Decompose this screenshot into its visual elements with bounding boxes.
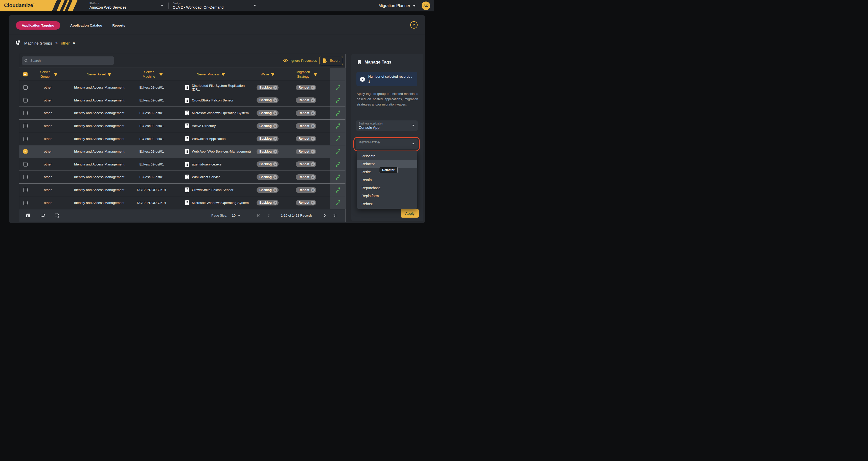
remove-strategy-tag-button[interactable]: × bbox=[311, 111, 315, 115]
last-page-button[interactable] bbox=[330, 213, 340, 218]
migration-strategy-tag: Rehost × bbox=[296, 187, 316, 193]
remove-strategy-tag-button[interactable]: × bbox=[311, 162, 315, 166]
tab-reports[interactable]: Reports bbox=[113, 24, 125, 27]
select-all-checkbox[interactable] bbox=[23, 72, 28, 77]
remove-strategy-tag-button[interactable]: × bbox=[311, 137, 315, 141]
dependency-cable-icon[interactable] bbox=[335, 187, 341, 193]
server-process-name: WinCollect Application bbox=[192, 137, 226, 141]
avatar[interactable]: AO bbox=[422, 2, 430, 10]
remove-strategy-tag-button[interactable]: × bbox=[311, 201, 315, 205]
row-checkbox[interactable]: ✓ bbox=[23, 175, 28, 179]
app-switcher-migration-planner[interactable]: Migration Planner bbox=[379, 4, 415, 8]
filter-icon[interactable] bbox=[54, 73, 57, 76]
filter-icon[interactable] bbox=[108, 73, 111, 76]
column-header-migration-strategy[interactable]: Migration Strategy bbox=[282, 68, 330, 81]
export-button[interactable]: Export bbox=[319, 56, 343, 65]
table-header: Server Group Server Asset Server Machine… bbox=[19, 67, 345, 81]
apply-button[interactable]: Apply bbox=[401, 209, 419, 218]
breadcrumb-current-other[interactable]: other bbox=[61, 41, 69, 45]
row-layout-button[interactable] bbox=[40, 213, 45, 218]
refresh-button[interactable] bbox=[55, 213, 60, 218]
column-header-server-group[interactable]: Server Group bbox=[31, 68, 64, 81]
remove-strategy-tag-button[interactable]: × bbox=[311, 86, 315, 90]
row-checkbox[interactable]: ✓ bbox=[23, 124, 28, 128]
row-checkbox[interactable]: ✓ bbox=[23, 162, 28, 167]
tab-application-tagging[interactable]: Application Tagging bbox=[16, 21, 60, 30]
business-application-select[interactable]: Business Application Console App bbox=[355, 120, 418, 131]
row-checkbox[interactable]: ✓ bbox=[23, 85, 28, 90]
refresh-icon bbox=[55, 213, 60, 218]
wave-tag: Backlog × bbox=[256, 187, 279, 193]
columns-settings-button[interactable] bbox=[26, 213, 31, 218]
remove-wave-tag-button[interactable]: × bbox=[273, 86, 277, 90]
search-input[interactable] bbox=[30, 59, 112, 62]
dependency-cable-icon[interactable] bbox=[335, 97, 341, 103]
dependency-cell bbox=[330, 94, 346, 107]
row-checkbox[interactable]: ✓ bbox=[23, 188, 28, 192]
server-group-cell: other bbox=[31, 171, 64, 183]
dependency-cable-icon[interactable] bbox=[335, 123, 341, 129]
dependency-cable-icon[interactable] bbox=[335, 85, 341, 90]
filter-icon[interactable] bbox=[159, 73, 163, 76]
remove-strategy-tag-button[interactable]: × bbox=[311, 188, 315, 192]
tab-application-catalog[interactable]: Application Catalog bbox=[70, 24, 102, 27]
remove-wave-tag-button[interactable]: × bbox=[273, 124, 277, 128]
dependency-cable-icon[interactable] bbox=[335, 174, 341, 180]
remove-wave-tag-button[interactable]: × bbox=[273, 149, 277, 153]
wrap-text-icon bbox=[40, 213, 45, 218]
search-box[interactable] bbox=[22, 56, 114, 65]
strategy-option[interactable]: Rehost bbox=[357, 200, 417, 208]
ignore-processes-button[interactable]: Ignore Processes bbox=[283, 58, 317, 63]
column-header-server-process[interactable]: Server Process bbox=[169, 68, 253, 81]
breadcrumb-machine-groups[interactable]: Machine Groups bbox=[24, 41, 52, 45]
wave-cell: Backlog × bbox=[253, 196, 282, 209]
filter-icon[interactable] bbox=[221, 73, 225, 76]
remove-strategy-tag-button[interactable]: × bbox=[311, 175, 315, 179]
row-checkbox[interactable]: ✓ bbox=[23, 149, 28, 153]
migration-strategy-tag: Rehost × bbox=[296, 136, 316, 141]
dependency-cable-icon[interactable] bbox=[335, 136, 341, 141]
search-icon bbox=[24, 59, 28, 63]
chevron-up-icon bbox=[412, 143, 414, 144]
remove-wave-tag-button[interactable]: × bbox=[273, 175, 277, 179]
strategy-option[interactable]: Repurchase bbox=[357, 184, 417, 192]
first-page-button[interactable] bbox=[253, 213, 264, 218]
strategy-option[interactable]: Retain bbox=[357, 176, 417, 184]
dependency-cable-icon[interactable] bbox=[335, 110, 341, 116]
remove-strategy-tag-button[interactable]: × bbox=[311, 149, 315, 153]
dependency-cable-icon[interactable] bbox=[335, 162, 341, 167]
remove-wave-tag-button[interactable]: × bbox=[273, 201, 277, 205]
remove-strategy-tag-button[interactable]: × bbox=[311, 124, 315, 128]
remove-wave-tag-button[interactable]: × bbox=[273, 162, 277, 166]
dependency-cable-icon[interactable] bbox=[335, 149, 341, 154]
platform-selector[interactable]: Platform Amazon Web Services bbox=[90, 0, 164, 11]
remove-wave-tag-button[interactable]: × bbox=[273, 188, 277, 192]
row-checkbox[interactable]: ✓ bbox=[23, 98, 28, 103]
dependency-cable-icon[interactable] bbox=[335, 200, 341, 205]
design-selector[interactable]: Design OLA 2 - Workload, On-Demand bbox=[173, 0, 257, 11]
row-checkbox[interactable]: ✓ bbox=[23, 111, 28, 115]
column-header-server-asset[interactable]: Server Asset bbox=[64, 68, 134, 81]
next-page-button[interactable] bbox=[319, 213, 330, 218]
row-checkbox[interactable]: ✓ bbox=[23, 201, 28, 205]
help-button[interactable]: ? bbox=[410, 21, 417, 29]
filter-icon[interactable] bbox=[314, 73, 317, 76]
column-header-server-machine[interactable]: Server Machine bbox=[134, 68, 169, 81]
migration-strategy-select[interactable]: Migration Strategy bbox=[355, 139, 418, 149]
remove-strategy-tag-button[interactable]: × bbox=[311, 98, 315, 102]
column-header-wave[interactable]: Wave bbox=[253, 68, 282, 81]
remove-wave-tag-button[interactable]: × bbox=[273, 137, 277, 141]
row-checkbox-cell: ✓ bbox=[19, 171, 31, 183]
remove-wave-tag-button[interactable]: × bbox=[273, 111, 277, 115]
row-checkbox[interactable]: ✓ bbox=[23, 137, 28, 141]
dependency-cell bbox=[330, 158, 346, 171]
page-size-select[interactable]: 10 bbox=[232, 213, 240, 217]
remove-wave-tag-button[interactable]: × bbox=[273, 98, 277, 102]
chevron-right-icon bbox=[322, 213, 327, 218]
filter-icon[interactable] bbox=[271, 73, 275, 76]
brand-name: Cloudamize™ bbox=[4, 2, 35, 8]
previous-page-button[interactable] bbox=[264, 213, 274, 218]
strategy-option[interactable]: Relocate bbox=[357, 152, 417, 160]
migration-strategy-cell: Rehost × bbox=[282, 158, 330, 171]
strategy-option[interactable]: Replatform bbox=[357, 192, 417, 200]
